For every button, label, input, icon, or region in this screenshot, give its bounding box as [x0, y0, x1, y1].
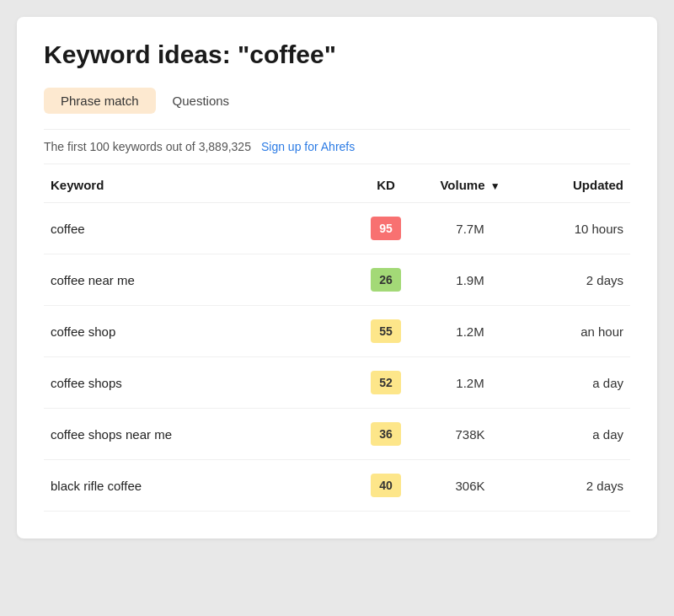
cell-volume: 738K	[420, 409, 521, 460]
signup-link[interactable]: Sign up for Ahrefs	[261, 140, 355, 153]
cell-volume: 1.2M	[420, 357, 521, 409]
kd-badge: 36	[371, 422, 401, 446]
col-header-keyword: Keyword	[44, 164, 352, 203]
kd-badge: 40	[371, 474, 401, 497]
table-row: coffee shops near me36738Ka day	[44, 409, 630, 460]
cell-keyword: coffee near me	[44, 254, 352, 306]
cell-kd: 36	[352, 409, 420, 460]
main-card: Keyword ideas: "coffee" Phrase match Que…	[17, 17, 657, 538]
table-header-row: Keyword KD Volume ▼ Updated	[44, 164, 630, 203]
col-header-kd: KD	[352, 164, 420, 203]
page-title: Keyword ideas: "coffee"	[44, 40, 630, 69]
sort-arrow-icon[interactable]: ▼	[490, 180, 500, 192]
cell-volume: 306K	[420, 460, 521, 512]
cell-updated: an hour	[521, 306, 630, 357]
cell-keyword: coffee shop	[44, 306, 352, 357]
cell-keyword: coffee	[44, 203, 352, 254]
table-row: black rifle coffee40306K2 days	[44, 460, 630, 512]
cell-updated: 2 days	[521, 460, 630, 512]
kd-badge: 26	[371, 268, 401, 292]
table-row: coffee shops521.2Ma day	[44, 357, 630, 409]
tab-questions[interactable]: Questions	[156, 88, 247, 114]
tab-bar: Phrase match Questions	[44, 88, 630, 114]
cell-updated: a day	[521, 409, 630, 460]
cell-keyword: coffee shops near me	[44, 409, 352, 460]
cell-updated: 2 days	[521, 254, 630, 306]
table-row: coffee near me261.9M2 days	[44, 254, 630, 306]
kd-badge: 52	[371, 371, 401, 394]
col-header-volume: Volume ▼	[420, 164, 521, 203]
keywords-table: Keyword KD Volume ▼ Updated coffee957.7M…	[44, 164, 630, 512]
cell-kd: 40	[352, 460, 420, 512]
cell-updated: a day	[521, 357, 630, 409]
cell-updated: 10 hours	[521, 203, 630, 254]
kd-badge: 95	[371, 217, 401, 240]
cell-keyword: black rifle coffee	[44, 460, 352, 512]
cell-volume: 1.2M	[420, 306, 521, 357]
col-header-updated: Updated	[521, 164, 630, 203]
kd-badge: 55	[371, 319, 401, 343]
cell-kd: 95	[352, 203, 420, 254]
cell-kd: 26	[352, 254, 420, 306]
table-body: coffee957.7M10 hourscoffee near me261.9M…	[44, 203, 630, 512]
table-row: coffee957.7M10 hours	[44, 203, 630, 254]
cell-volume: 1.9M	[420, 254, 521, 306]
table-row: coffee shop551.2Man hour	[44, 306, 630, 357]
cell-volume: 7.7M	[420, 203, 521, 254]
tab-phrase-match[interactable]: Phrase match	[44, 88, 156, 114]
keywords-count-text: The first 100 keywords out of 3,889,325	[44, 140, 251, 153]
cell-keyword: coffee shops	[44, 357, 352, 409]
cell-kd: 55	[352, 306, 420, 357]
cell-kd: 52	[352, 357, 420, 409]
info-bar: The first 100 keywords out of 3,889,325 …	[44, 129, 630, 164]
